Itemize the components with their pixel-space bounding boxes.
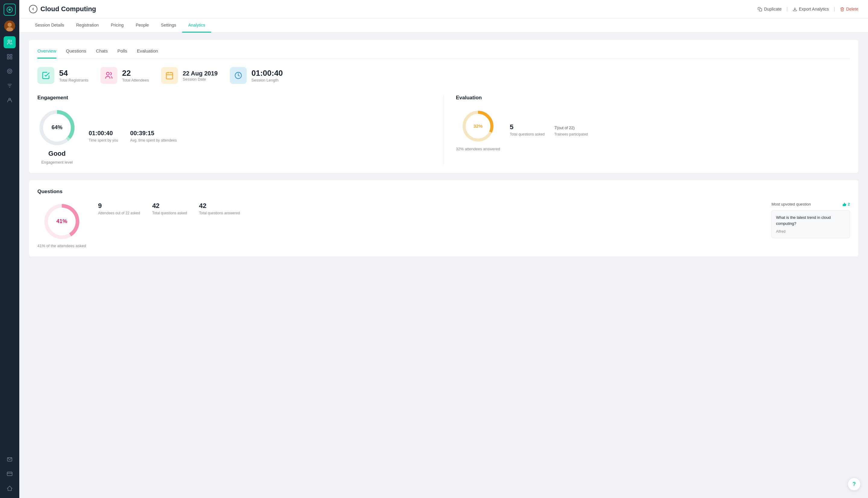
total-asked-value: 42 xyxy=(152,202,187,210)
registrants-label: Total Registrants xyxy=(59,78,89,82)
upvoted-title: Most upvoted question xyxy=(772,202,811,207)
svg-point-3 xyxy=(8,23,12,27)
registrants-value: 54 xyxy=(59,68,89,78)
avg-time-label: Avg. time spent by attendees xyxy=(130,138,177,143)
header-divider-2: | xyxy=(833,6,835,12)
time-you: 01:00:40 Time spent by you xyxy=(89,130,118,143)
page-title: Cloud Computing xyxy=(40,5,96,13)
attendees-icon-wrapper xyxy=(100,67,117,84)
sidebar-item-people[interactable] xyxy=(4,36,16,48)
subtab-chats[interactable]: Chats xyxy=(96,48,108,58)
svg-rect-8 xyxy=(8,57,9,59)
delete-label: Delete xyxy=(846,6,858,12)
upvoted-question-text: What is the latest trend in cloud comput… xyxy=(776,214,845,226)
sidebar-item-circle[interactable] xyxy=(4,65,16,77)
app-logo xyxy=(4,4,16,16)
tab-people[interactable]: People xyxy=(130,18,155,32)
tab-session-details[interactable]: Session Details xyxy=(29,18,70,32)
time-you-label: Time spent by you xyxy=(89,138,118,143)
upvoted-count: 2 xyxy=(842,202,850,207)
questions-percent-label: 41% of the attendees asked xyxy=(37,244,86,248)
date-icon-wrapper xyxy=(161,67,178,84)
engagement-section: Engagement 64% xyxy=(37,95,444,165)
evaluation-content: 32% 32% attendees answered 5 Total quest… xyxy=(456,108,850,151)
attendees-label: Total Attendees xyxy=(122,78,149,82)
engagement-pie-chart: 64% xyxy=(37,108,77,147)
trainees-out-of: (out of 22) xyxy=(557,126,574,130)
time-stats: 01:00:40 Time spent by you 00:39:15 Avg.… xyxy=(89,130,177,143)
stat-date-text: 22 Aug 2019 Session Date xyxy=(183,70,218,81)
length-label: Session Length xyxy=(252,78,283,82)
tab-registration[interactable]: Registration xyxy=(70,18,105,32)
stats-row: 54 Total Registrants 22 Total Attendees xyxy=(37,67,850,84)
questions-stats: 9 Attendees out of 22 asked 42 Total que… xyxy=(98,202,759,215)
eval-questions-value: 5 xyxy=(510,123,544,131)
engagement-evaluation-row: Engagement 64% xyxy=(37,95,850,165)
back-button[interactable] xyxy=(29,5,37,13)
sidebar-item-user[interactable] xyxy=(4,94,16,106)
date-label: Session Date xyxy=(183,77,218,81)
duplicate-label: Duplicate xyxy=(764,6,782,12)
subtab-questions[interactable]: Questions xyxy=(66,48,86,58)
questions-pie-chart: 41% xyxy=(42,202,81,241)
user-avatar[interactable] xyxy=(4,21,15,31)
content-area: Overview Questions Chats Polls Evaluatio… xyxy=(19,32,868,498)
evaluation-title: Evaluation xyxy=(456,95,850,101)
thumbsup-icon xyxy=(842,202,846,207)
sidebar xyxy=(0,0,19,498)
eval-total-questions: 5 Total questions asked xyxy=(510,123,544,136)
evaluation-pie-chart: 32% xyxy=(460,108,496,144)
tab-pricing[interactable]: Pricing xyxy=(105,18,130,32)
stat-length-text: 01:00:40 Session Length xyxy=(252,68,283,82)
header-actions: Duplicate | Export Analytics | Delete xyxy=(758,6,858,12)
subtab-evaluation[interactable]: Evaluation xyxy=(137,48,158,58)
svg-text:32%: 32% xyxy=(474,123,483,129)
svg-text:41%: 41% xyxy=(56,218,67,224)
sidebar-item-chat[interactable] xyxy=(4,453,16,466)
total-answered-label: Total questions answered xyxy=(199,211,240,215)
export-button[interactable]: Export Analytics xyxy=(792,6,829,12)
tab-settings[interactable]: Settings xyxy=(155,18,182,32)
stat-registrants: 54 Total Registrants xyxy=(37,67,89,84)
total-asked-stat: 42 Total questions asked xyxy=(152,202,187,215)
length-icon-wrapper xyxy=(230,67,247,84)
total-answered-value: 42 xyxy=(199,202,240,210)
attendees-asked-value: 9 xyxy=(98,202,140,210)
eval-trainees: 7(out of 22) Trainees participated xyxy=(554,123,588,136)
questions-section-title: Questions xyxy=(37,189,850,195)
upvoted-card: What is the latest trend in cloud comput… xyxy=(772,210,850,238)
sidebar-item-export[interactable] xyxy=(4,482,16,494)
svg-point-10 xyxy=(8,69,12,74)
svg-rect-17 xyxy=(7,472,12,476)
stat-date: 22 Aug 2019 Session Date xyxy=(161,67,218,84)
duplicate-button[interactable]: Duplicate xyxy=(758,6,782,12)
attendees-asked-stat: 9 Attendees out of 22 asked xyxy=(98,202,140,215)
nav-tabs: Session Details Registration Pricing Peo… xyxy=(19,18,868,32)
header-divider: | xyxy=(787,6,788,12)
upvoted-author: Alfred xyxy=(776,230,845,234)
evaluation-pie-wrapper: 32% 32% attendees answered xyxy=(456,108,500,151)
sidebar-item-filter[interactable] xyxy=(4,80,16,92)
svg-point-11 xyxy=(9,70,11,73)
sidebar-item-card[interactable] xyxy=(4,468,16,480)
eval-trainees-value: 7(out of 22) xyxy=(554,123,588,131)
evaluation-stats: 5 Total questions asked 7(out of 22) Tra… xyxy=(510,123,588,136)
svg-point-21 xyxy=(107,73,109,75)
stat-attendees: 22 Total Attendees xyxy=(100,67,149,84)
evaluation-section: Evaluation 32% 32% attendees answered xyxy=(444,95,850,165)
subtab-overview[interactable]: Overview xyxy=(37,48,56,58)
delete-button[interactable]: Delete xyxy=(840,6,858,12)
help-button[interactable]: ? xyxy=(847,477,861,491)
engagement-level-label: Good xyxy=(48,150,66,158)
tab-analytics[interactable]: Analytics xyxy=(182,18,211,32)
svg-rect-6 xyxy=(8,55,9,56)
sidebar-item-grid[interactable] xyxy=(4,51,16,63)
svg-point-1 xyxy=(9,9,11,11)
svg-rect-22 xyxy=(166,73,173,79)
subtab-polls[interactable]: Polls xyxy=(117,48,127,58)
registrants-icon-wrapper xyxy=(37,67,54,84)
svg-text:64%: 64% xyxy=(52,124,63,130)
engagement-content: 64% Good Engagement level 01:00:40 Time … xyxy=(37,108,432,165)
sub-tabs: Overview Questions Chats Polls Evaluatio… xyxy=(37,48,850,58)
date-value: 22 Aug 2019 xyxy=(183,70,218,77)
